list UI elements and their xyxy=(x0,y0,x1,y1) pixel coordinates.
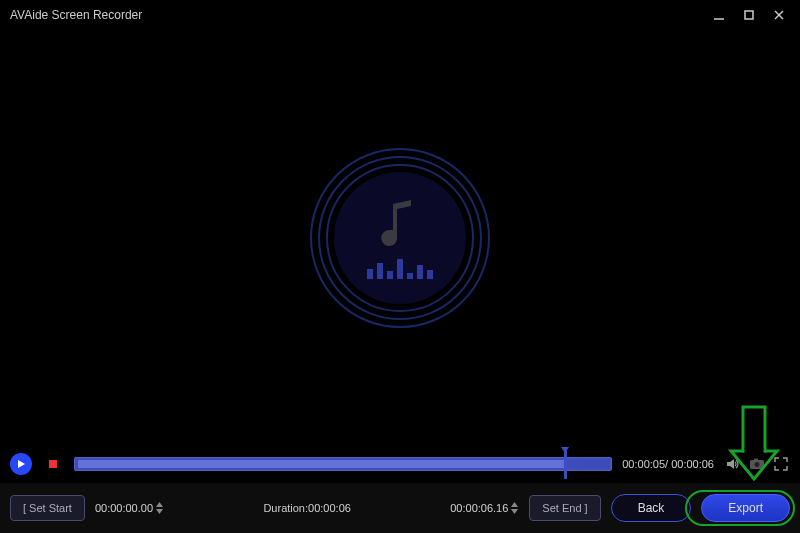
start-time-value: 00:00:00.00 xyxy=(95,502,153,514)
stop-button[interactable] xyxy=(42,453,64,475)
svg-marker-4 xyxy=(18,460,25,468)
svg-marker-10 xyxy=(156,509,163,514)
trim-controls: [ Set Start 00:00:00.00 Duration:00:00:0… xyxy=(0,483,800,533)
svg-rect-1 xyxy=(745,11,753,19)
volume-icon[interactable] xyxy=(724,455,742,473)
start-time-down[interactable] xyxy=(155,508,164,515)
play-button[interactable] xyxy=(10,453,32,475)
back-button[interactable]: Back xyxy=(611,494,692,522)
audio-visual-icon xyxy=(310,148,490,328)
svg-marker-9 xyxy=(156,502,163,507)
playback-controls: 00:00:05/ 00:00:06 xyxy=(0,445,800,483)
end-time-down[interactable] xyxy=(510,508,519,515)
camera-icon[interactable] xyxy=(748,455,766,473)
scrub-handle[interactable] xyxy=(564,451,567,479)
minimize-button[interactable] xyxy=(708,4,730,26)
maximize-button[interactable] xyxy=(738,4,760,26)
window-controls xyxy=(708,4,790,26)
music-note-icon xyxy=(375,196,425,251)
set-start-button[interactable]: [ Set Start xyxy=(10,495,85,521)
close-button[interactable] xyxy=(768,4,790,26)
scrub-bar[interactable] xyxy=(74,457,612,471)
svg-rect-5 xyxy=(49,460,57,468)
svg-marker-12 xyxy=(511,509,518,514)
duration-display: Duration:00:00:06 xyxy=(263,502,350,514)
title-bar: AVAide Screen Recorder xyxy=(0,0,800,30)
svg-rect-8 xyxy=(754,459,758,461)
end-time-value: 00:00:06.16 xyxy=(450,502,508,514)
end-time[interactable]: 00:00:06.16 xyxy=(450,501,519,515)
svg-marker-11 xyxy=(511,502,518,507)
equalizer-icon xyxy=(367,257,433,279)
end-time-up[interactable] xyxy=(510,501,519,508)
app-title: AVAide Screen Recorder xyxy=(10,8,708,22)
export-button[interactable]: Export xyxy=(701,494,790,522)
time-display: 00:00:05/ 00:00:06 xyxy=(622,458,714,470)
svg-point-7 xyxy=(755,462,760,467)
set-end-button[interactable]: Set End ] xyxy=(529,495,600,521)
fullscreen-icon[interactable] xyxy=(772,455,790,473)
start-time-up[interactable] xyxy=(155,501,164,508)
start-time[interactable]: 00:00:00.00 xyxy=(95,501,164,515)
preview-area xyxy=(0,30,800,445)
